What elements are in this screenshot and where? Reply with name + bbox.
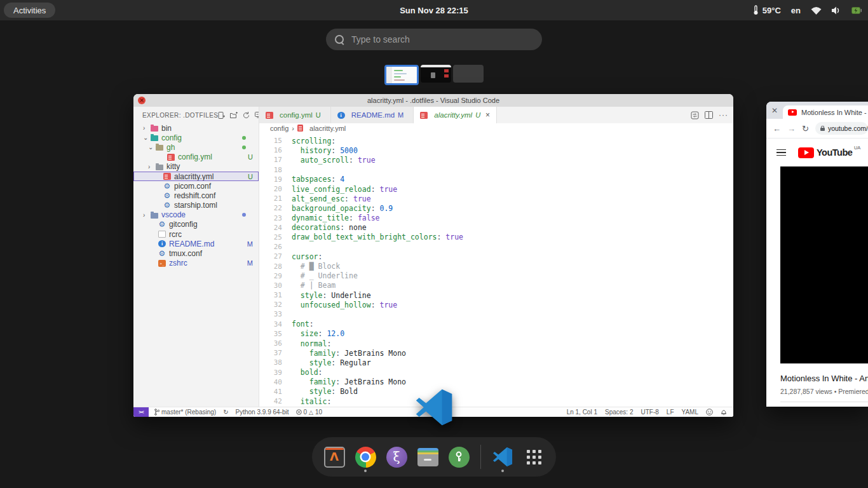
explorer-item[interactable]: starship.toml [133, 201, 259, 210]
code-line[interactable]: 35 size: 12.0 [259, 329, 733, 339]
explorer-item[interactable]: › bin [133, 123, 259, 133]
code-line[interactable]: 28 # █ Block [259, 261, 733, 271]
notifications-bell-icon[interactable] [721, 409, 727, 416]
explorer-item[interactable]: ⌄ gh [133, 142, 259, 152]
system-tray[interactable]: 59°C en [753, 0, 862, 20]
split-editor-icon[interactable] [705, 111, 713, 119]
feedback-smiley-icon[interactable] [706, 409, 713, 416]
dock-item-emacs[interactable]: ξ [383, 439, 410, 475]
code-line[interactable]: 30 # | Beam [259, 281, 733, 290]
dock-item-app-grid[interactable] [520, 439, 547, 475]
search-input[interactable] [350, 34, 533, 45]
new-folder-icon[interactable] [230, 112, 238, 119]
editor-tab[interactable]: alacritty.yml U × [414, 107, 497, 123]
cursor-position[interactable]: Ln 1, Col 1 [567, 409, 597, 416]
code-line[interactable]: 37 family: JetBrains Mono [259, 348, 733, 358]
code-line[interactable]: 39 bold: [259, 368, 733, 377]
code-line[interactable]: 31 style: Underline [259, 290, 733, 300]
explorer-item[interactable]: tmux.conf [133, 248, 259, 258]
explorer-item[interactable]: redshift.conf [133, 191, 259, 200]
breadcrumb-folder[interactable]: config [270, 125, 288, 132]
encoding[interactable]: UTF-8 [641, 409, 658, 416]
problems-indicator[interactable]: 0 △ 10 [296, 409, 323, 416]
workspace-thumbnail-1[interactable] [384, 65, 419, 85]
code-line[interactable]: 25 draw_bold_text_with_bright_colors: tr… [259, 233, 733, 242]
explorer-item[interactable]: gitconfig [133, 220, 259, 229]
explorer-item[interactable]: ⌄ config [133, 133, 259, 142]
code-line[interactable]: 40 family: JetBrains Mono [259, 377, 733, 387]
back-icon[interactable]: ← [773, 124, 781, 133]
code-line[interactable]: 38 style: Regular [259, 358, 733, 367]
dock-item-files[interactable] [414, 439, 441, 475]
indentation[interactable]: Spaces: 2 [605, 409, 633, 416]
workspace-thumbnail-2[interactable] [421, 65, 451, 83]
python-version[interactable]: Python 3.9.9 64-bit [236, 409, 289, 416]
vscode-titlebar[interactable]: ✕ alacritty.yml - .dotfiles - Visual Stu… [133, 94, 733, 107]
refresh-icon[interactable] [243, 112, 250, 119]
explorer-item[interactable]: rcrc [133, 229, 259, 239]
keyboard-layout[interactable]: en [791, 6, 801, 15]
workspace-thumbnail-3[interactable] [453, 65, 484, 83]
activities-button[interactable]: Activities [4, 3, 55, 18]
code-line[interactable]: 33 [259, 309, 733, 319]
dock-item-passwords[interactable] [445, 439, 472, 475]
browser-tab[interactable]: Motionless In White - [783, 105, 868, 119]
wifi-icon [811, 6, 822, 15]
eol-sequence[interactable]: LF [667, 409, 674, 416]
language-mode[interactable]: YAML [682, 409, 699, 416]
explorer-item[interactable]: zshrc M [133, 259, 259, 268]
code-line[interactable]: 18 [259, 165, 733, 175]
video-player[interactable] [780, 166, 868, 363]
explorer-item[interactable]: › vscode [133, 210, 259, 220]
overview-search[interactable] [326, 29, 542, 50]
explorer-item[interactable]: README.md M [133, 239, 259, 248]
code-line[interactable]: 17 auto_scroll: true [259, 155, 733, 165]
code-line[interactable]: 29 # _ Underline [259, 271, 733, 281]
clock[interactable]: Sun Nov 28 22:15 [400, 6, 468, 15]
editor-tab[interactable]: README.md M [331, 107, 414, 123]
code-line[interactable]: 34 font: [259, 320, 733, 329]
code-line[interactable]: 36 normal: [259, 339, 733, 348]
code-line[interactable]: 42 italic: [259, 396, 733, 406]
window-close-button[interactable]: ✕ [138, 97, 146, 104]
code-line[interactable]: 22 background_opacity: 0.9 [259, 203, 733, 213]
breadcrumb-file[interactable]: alacritty.yml [309, 125, 346, 132]
code-line[interactable]: 16 history: 5000 [259, 146, 733, 155]
explorer-item[interactable]: picom.conf [133, 181, 259, 191]
dock-item-alacritty[interactable]: Λ [321, 439, 348, 475]
editor-more-actions-icon[interactable]: ··· [719, 111, 728, 119]
explorer-item[interactable]: › kitty [133, 162, 259, 172]
git-branch-status[interactable]: master* (Rebasing) [154, 409, 216, 416]
code-line[interactable]: 23 dynamic_title: false [259, 214, 733, 223]
code-line[interactable]: 32 unfocused_hollow: true [259, 300, 733, 309]
code-line[interactable]: 20 live_config_reload: true [259, 184, 733, 194]
code-line[interactable]: 15 scrolling: [259, 136, 733, 146]
breadcrumb[interactable]: config › alacritty.yml [259, 123, 733, 133]
remote-indicator[interactable]: >< [133, 407, 149, 417]
address-bar[interactable]: youtube.com/wa [815, 122, 868, 135]
hamburger-menu-icon[interactable] [776, 149, 786, 156]
explorer-item[interactable]: alacritty.yml U [133, 172, 259, 181]
code-line[interactable]: 27 cursor: [259, 252, 733, 261]
editor-tab[interactable]: config.yml U [259, 107, 331, 123]
explorer-item[interactable]: config.yml U [133, 152, 259, 162]
dock-item-vscode[interactable] [489, 439, 516, 475]
line-number: 15 [259, 137, 282, 145]
code-line[interactable]: 19 tabspaces: 4 [259, 175, 733, 184]
code-line[interactable]: 26 [259, 242, 733, 252]
tab-close-icon[interactable]: ✕ [771, 106, 778, 115]
new-file-icon[interactable] [218, 112, 225, 119]
code-editor[interactable]: 15 scrolling: 16 history: 5000 17 auto_s… [259, 133, 733, 407]
open-changes-icon[interactable] [691, 111, 699, 119]
code-line[interactable]: 41 style: Bold [259, 387, 733, 396]
sync-icon[interactable]: ↻ [223, 409, 228, 416]
code-line[interactable]: 24 decorations: none [259, 223, 733, 233]
reload-icon[interactable]: ↻ [802, 124, 809, 133]
file-label: tmux.conf [169, 249, 202, 258]
youtube-logo[interactable]: YouTube UA [798, 147, 852, 158]
dock-item-chrome[interactable] [352, 439, 379, 475]
code-line[interactable]: 21 alt_send_esc: true [259, 194, 733, 203]
collapse-folders-icon[interactable] [255, 112, 259, 119]
tab-close-icon[interactable]: × [485, 111, 490, 119]
forward-icon[interactable]: → [787, 124, 796, 133]
